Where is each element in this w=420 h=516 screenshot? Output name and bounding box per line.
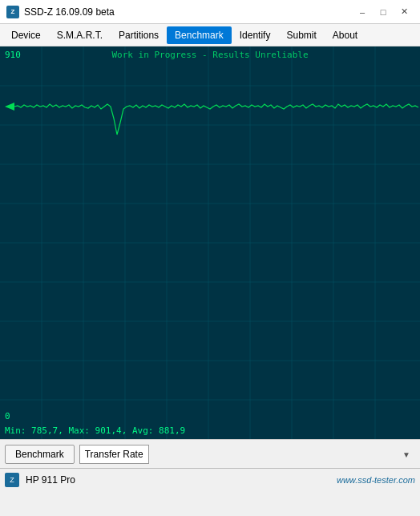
menu-item-benchmark[interactable]: Benchmark xyxy=(167,26,232,44)
dropdown-wrapper: Transfer Rate IOPS Latency ▼ xyxy=(79,445,415,464)
menu-bar: Device S.M.A.R.T. Partitions Benchmark I… xyxy=(0,24,420,46)
title-bar-title: SSD-Z 16.09.09 beta xyxy=(24,6,115,18)
chart-stats: Min: 785,7, Max: 901,4, Avg: 881,9 xyxy=(5,425,185,436)
status-app-icon: Z xyxy=(5,473,19,487)
menu-item-about[interactable]: About xyxy=(325,26,365,44)
chart-center-label: Work in Progress - Results Unreliable xyxy=(111,50,308,60)
menu-item-submit[interactable]: Submit xyxy=(278,26,324,44)
chart-min-label: 0 xyxy=(5,411,10,421)
maximize-button[interactable]: □ xyxy=(374,4,393,20)
title-bar: Z SSD-Z 16.09.09 beta – □ ✕ xyxy=(0,0,420,24)
chart-area: 910 Work in Progress - Results Unreliabl… xyxy=(0,46,420,439)
menu-item-identify[interactable]: Identify xyxy=(232,26,279,44)
benchmark-button[interactable]: Benchmark xyxy=(5,445,75,464)
title-bar-controls: – □ ✕ xyxy=(353,4,414,20)
dropdown-arrow-icon: ▼ xyxy=(402,449,410,458)
device-name: HP 911 Pro xyxy=(26,474,330,486)
minimize-button[interactable]: – xyxy=(353,4,372,20)
bottom-bar: Benchmark Transfer Rate IOPS Latency ▼ xyxy=(0,439,420,468)
status-bar: Z HP 911 Pro www.ssd-tester.com xyxy=(0,468,420,490)
menu-item-partitions[interactable]: Partitions xyxy=(111,26,167,44)
transfer-rate-dropdown[interactable]: Transfer Rate IOPS Latency xyxy=(79,445,149,464)
menu-item-smart[interactable]: S.M.A.R.T. xyxy=(49,26,111,44)
chart-svg xyxy=(0,46,420,439)
menu-item-device[interactable]: Device xyxy=(3,26,49,44)
title-bar-left: Z SSD-Z 16.09.09 beta xyxy=(6,6,115,18)
chart-max-label: 910 xyxy=(5,50,21,60)
brand-text: www.ssd-tester.com xyxy=(337,475,415,485)
close-button[interactable]: ✕ xyxy=(394,4,414,20)
app-icon: Z xyxy=(6,6,19,18)
